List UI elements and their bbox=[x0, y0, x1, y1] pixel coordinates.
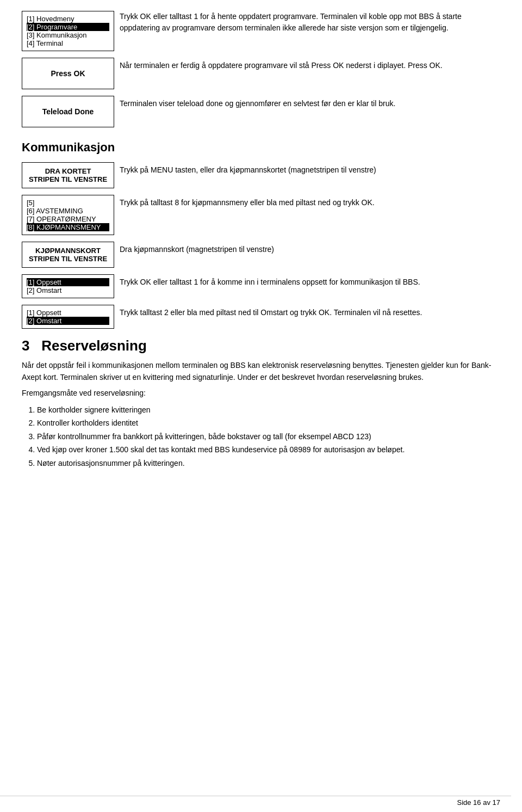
comm-row2-description: Trykk på talltast 8 for kjøpmannsmeny el… bbox=[120, 195, 500, 235]
step-1: Be kortholder signere kvitteringen bbox=[37, 404, 500, 416]
reservelosning-body: Når det oppstår feil i kommunikasjonen m… bbox=[22, 360, 500, 469]
comm-row5-description: Trykk talltast 2 eller bla med piltast n… bbox=[120, 305, 500, 329]
press-ok-section: Press OK Når terminalen er ferdig å oppd… bbox=[22, 58, 500, 89]
page-footer: Side 16 av 17 bbox=[0, 796, 511, 807]
comm-row-4: [1] Oppsett [2] Omstart Trykk OK eller t… bbox=[22, 274, 500, 298]
menu-box-row5: [1] Oppsett [2] Omstart bbox=[22, 305, 114, 329]
press-ok-box: Press OK bbox=[22, 58, 114, 89]
menu-item-1: [1] Hovedmeny bbox=[27, 15, 109, 23]
press-ok-description: Når terminalen er ferdig å oppdatere pro… bbox=[120, 58, 500, 89]
step-2: Kontroller kortholders identitet bbox=[37, 417, 500, 429]
page-content: [1] Hovedmeny [2] Programvare [3] Kommun… bbox=[0, 0, 522, 503]
comm-row4-description: Trykk OK eller talltast 1 for å komme in… bbox=[120, 274, 500, 298]
comm-row3-description: Dra kjøpmannskort (magnetstripen til ven… bbox=[120, 242, 500, 268]
reservelosning-intro: Når det oppstår feil i kommunikasjonen m… bbox=[22, 360, 500, 383]
menu-row2-item-1: [5] bbox=[27, 199, 109, 207]
comm-row-5: [1] Oppsett [2] Omstart Trykk talltast 2… bbox=[22, 305, 500, 329]
kjopmannskort-box: KJØPMANNSKORT STRIPEN TIL VENSTRE bbox=[22, 242, 114, 268]
step-3: Påfør kontrollnummer fra bankkort på kvi… bbox=[37, 430, 500, 442]
kjopmannskort-line1: KJØPMANNSKORT bbox=[35, 247, 101, 255]
menu-item-4: [4] Terminal bbox=[27, 39, 109, 47]
reservelosning-number: 3 bbox=[22, 337, 29, 354]
kjopmannskort-line2: STRIPEN TIL VENSTRE bbox=[29, 255, 107, 263]
reservelosning-section: 3 Reserveløsning Når det oppstår feil i … bbox=[22, 337, 500, 469]
teleload-description: Terminalen viser teleload done og gjenno… bbox=[120, 96, 500, 127]
comm-row1-description: Trykk på MENU tasten, eller dra kjøpmann… bbox=[120, 162, 500, 188]
step-4: Ved kjøp over kroner 1.500 skal det tas … bbox=[37, 444, 500, 456]
comm-row-2: [5] [6] AVSTEMMING [7] OPERATØRMENY [8] … bbox=[22, 195, 500, 235]
comm-row-3: KJØPMANNSKORT STRIPEN TIL VENSTRE Dra kj… bbox=[22, 242, 500, 268]
comm-row-1: DRA KORTET STRIPEN TIL VENSTRE Trykk på … bbox=[22, 162, 500, 188]
menu-row2-item-3: [7] OPERATØRMENY bbox=[27, 215, 109, 223]
menu-row5-item-2: [2] Omstart bbox=[27, 317, 109, 325]
menu-row2-item-4: [8] KJØPMANNSMENY bbox=[27, 223, 109, 231]
dra-kortet-line2: STRIPEN TIL VENSTRE bbox=[29, 175, 107, 183]
fremgang-label: Fremgangsmåte ved reserveløsning: bbox=[22, 387, 500, 399]
menu-row2-item-2: [6] AVSTEMMING bbox=[27, 207, 109, 215]
menu-row4-item-1: [1] Oppsett bbox=[27, 278, 109, 286]
dra-kortet-line1: DRA KORTET bbox=[45, 167, 91, 175]
top-section: [1] Hovedmeny [2] Programvare [3] Kommun… bbox=[22, 11, 500, 51]
reservelosning-heading: 3 Reserveløsning bbox=[22, 337, 500, 354]
reservelosning-steps: Be kortholder signere kvitteringen Kontr… bbox=[37, 404, 500, 469]
menu-item-3: [3] Kommunikasjon bbox=[27, 31, 109, 39]
menu-box-top: [1] Hovedmeny [2] Programvare [3] Kommun… bbox=[22, 11, 114, 51]
page-number: Side 16 av 17 bbox=[457, 798, 500, 807]
kommunikasjon-heading: Kommunikasjon bbox=[22, 140, 500, 155]
teleload-box: Teleload Done bbox=[22, 96, 114, 127]
dra-kortet-box: DRA KORTET STRIPEN TIL VENSTRE bbox=[22, 162, 114, 188]
menu-row4-item-2: [2] Omstart bbox=[27, 286, 109, 294]
menu-box-row4: [1] Oppsett [2] Omstart bbox=[22, 274, 114, 298]
reservelosning-title: Reserveløsning bbox=[41, 337, 147, 354]
menu-row5-item-1: [1] Oppsett bbox=[27, 309, 109, 317]
top-description: Trykk OK eller talltast 1 for å hente op… bbox=[120, 11, 500, 51]
menu-box-row2: [5] [6] AVSTEMMING [7] OPERATØRMENY [8] … bbox=[22, 195, 114, 235]
step-5: Nøter autorisasjonsnummer på kvitteringe… bbox=[37, 457, 500, 469]
menu-item-2: [2] Programvare bbox=[27, 23, 109, 31]
teleload-section: Teleload Done Terminalen viser teleload … bbox=[22, 96, 500, 127]
